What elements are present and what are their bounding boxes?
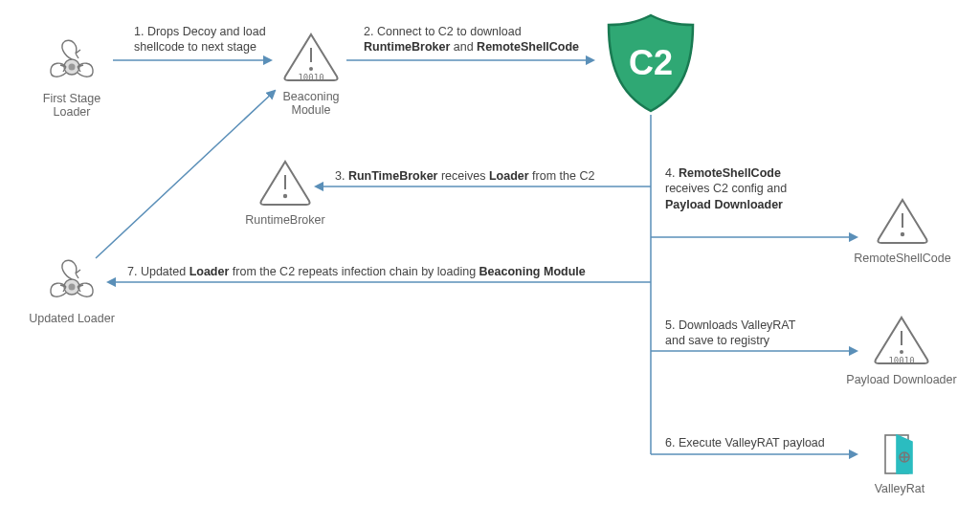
warning-binary-icon: 10010 — [870, 314, 933, 369]
svg-text:10010: 10010 — [298, 73, 323, 82]
svg-text:10010: 10010 — [888, 356, 914, 365]
node-updated-loader: Updated Loader — [29, 256, 115, 325]
c2-label: C2 — [629, 43, 673, 82]
shield-icon: C2 — [597, 10, 704, 117]
step-7-text: 7. Updated Loader from the C2 repeats in… — [127, 264, 644, 279]
runtime-broker-label: RuntimeBroker — [237, 213, 333, 227]
step-5-text: 5. Downloads ValleyRAT and save to regis… — [665, 318, 828, 349]
node-c2: C2 — [593, 10, 708, 117]
svg-point-12 — [900, 350, 903, 354]
payload-downloader-label: Payload Downloader — [844, 373, 959, 386]
door-exit-icon — [876, 430, 924, 478]
warning-icon — [256, 158, 314, 209]
remote-shellcode-label: RemoteShellCode — [850, 252, 955, 265]
svg-point-6 — [283, 194, 287, 198]
biohazard-icon — [44, 256, 100, 308]
step-1-text: 1. Drops Decoy and load shellcode to nex… — [134, 24, 292, 55]
node-payload-downloader: 10010 Payload Downloader — [844, 314, 959, 386]
svg-point-1 — [69, 64, 76, 71]
step-2-text: 2. Connect to C2 to download RuntimeBrok… — [364, 24, 584, 55]
step-3-text: 3. RunTimeBroker receives Loader from th… — [335, 168, 641, 184]
node-remote-shellcode: RemoteShellCode — [850, 196, 955, 265]
warning-icon — [874, 196, 931, 248]
step-4-text: 4. RemoteShellCode receives C2 config an… — [665, 165, 828, 212]
first-stage-loader-label: First Stage Loader — [29, 92, 115, 119]
node-runtime-broker: RuntimeBroker — [237, 158, 333, 227]
node-first-stage-loader: First Stage Loader — [29, 36, 115, 119]
valleyrat-label: ValleyRat — [857, 482, 943, 495]
step-6-text: 6. Execute ValleyRAT payload — [665, 435, 857, 450]
updated-loader-label: Updated Loader — [29, 312, 115, 325]
svg-point-8 — [901, 232, 904, 236]
svg-point-3 — [309, 67, 313, 71]
biohazard-icon — [44, 36, 100, 88]
beaconing-module-label: Beaconing Module — [263, 90, 359, 117]
svg-point-10 — [69, 284, 76, 291]
node-valleyrat: ValleyRat — [857, 430, 943, 495]
